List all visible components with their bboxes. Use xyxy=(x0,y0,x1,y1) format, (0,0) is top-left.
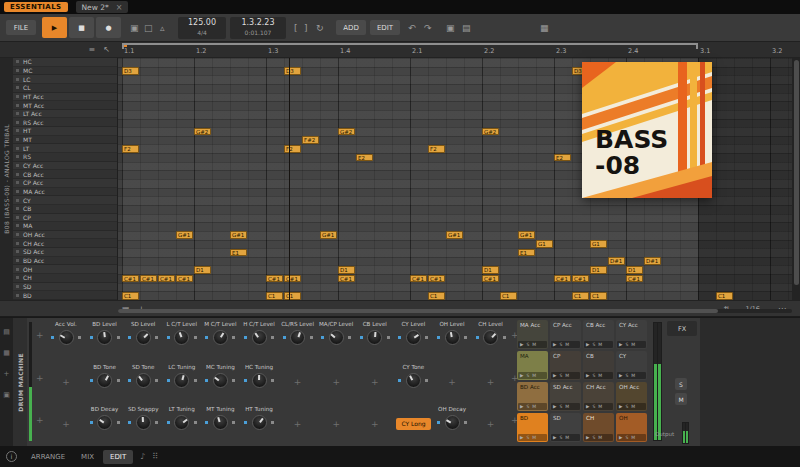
pad-solo-button[interactable]: S xyxy=(592,342,595,347)
pad-mute-button[interactable]: M xyxy=(631,342,635,347)
pad-mute-button[interactable]: M xyxy=(532,342,536,347)
pad-play-icon[interactable]: ▶ xyxy=(553,404,556,409)
play-button[interactable]: ▶ xyxy=(42,17,67,38)
midi-note[interactable]: E1 xyxy=(230,249,247,257)
automation-toggle-icon[interactable]: ▣ xyxy=(130,22,139,34)
lane-row-cb-acc[interactable]: CB Acc xyxy=(13,170,117,179)
view-tab-mix[interactable]: MIX xyxy=(74,450,101,464)
drum-pad-oh-acc[interactable]: OH Acc▶SM xyxy=(616,382,647,411)
midi-note[interactable]: G#2 xyxy=(482,128,499,136)
knob-oh-decay[interactable] xyxy=(445,415,460,430)
pad-mute-button[interactable]: M xyxy=(565,342,569,347)
midi-note[interactable]: C#1 xyxy=(626,275,643,283)
knob-mt-tuning[interactable] xyxy=(213,415,228,430)
knob-bd-tone[interactable] xyxy=(97,373,112,388)
device-rail-toggle-icon[interactable]: ▣ xyxy=(3,389,10,401)
pad-solo-button[interactable]: S xyxy=(526,435,529,440)
knob-h-c-t-level[interactable] xyxy=(252,330,267,345)
record-button[interactable]: ● xyxy=(96,17,121,38)
layout-grid-icon[interactable]: ▦ xyxy=(540,22,549,34)
lane-row-mt-acc[interactable]: MT Acc xyxy=(13,101,117,110)
pad-mute-button[interactable]: M xyxy=(565,373,569,378)
lane-row-lc[interactable]: LC xyxy=(13,75,117,84)
drum-pad-oh[interactable]: OH▶SM xyxy=(616,413,647,442)
pad-play-icon[interactable]: ▶ xyxy=(619,342,622,347)
midi-note[interactable]: C1 xyxy=(500,292,517,300)
lane-row-ht[interactable]: HT xyxy=(13,127,117,136)
position-display[interactable]: 1.3.2.23 0:01.107 xyxy=(230,17,286,39)
midi-note[interactable]: C#1 xyxy=(482,275,499,283)
pad-play-icon[interactable]: ▶ xyxy=(520,342,523,347)
overdub-toggle-icon[interactable]: □ xyxy=(144,22,153,34)
lane-row-cl[interactable]: CL xyxy=(13,84,117,93)
pad-mute-button[interactable]: M xyxy=(631,435,635,440)
note-editor-icon[interactable]: ♪ xyxy=(140,451,145,463)
pad-mute-button[interactable]: M xyxy=(598,342,602,347)
lane-row-cp[interactable]: CP xyxy=(13,214,117,223)
pad-solo-button[interactable]: S xyxy=(559,342,562,347)
pad-mute-button[interactable]: M xyxy=(598,373,602,378)
drum-pad-sd[interactable]: SD▶SM xyxy=(550,413,581,442)
drum-pad-cb-acc[interactable]: CB Acc▶SM xyxy=(583,320,614,349)
knob-ch-level[interactable] xyxy=(483,330,498,345)
pad-play-icon[interactable]: ▶ xyxy=(586,342,589,347)
knob-acc-vol-[interactable] xyxy=(59,330,74,345)
pad-solo-button[interactable]: S xyxy=(625,373,628,378)
pad-play-icon[interactable]: ▶ xyxy=(619,435,622,440)
file-button[interactable]: FILE xyxy=(6,20,36,35)
midi-note[interactable]: D1 xyxy=(482,266,499,274)
pad-play-icon[interactable]: ▶ xyxy=(520,373,523,378)
lane-row-bd[interactable]: BD xyxy=(13,291,117,300)
lane-row-rs-acc[interactable]: RS Acc xyxy=(13,118,117,127)
paste-icon[interactable]: ▤ xyxy=(462,22,471,34)
empty-macro-slot[interactable]: + xyxy=(47,363,85,401)
knob-lc-tuning[interactable] xyxy=(174,373,189,388)
midi-note[interactable]: C1 xyxy=(716,292,733,300)
pointer-tool-icon[interactable]: ↖ xyxy=(103,44,110,56)
midi-note[interactable]: C#1 xyxy=(266,275,283,283)
knob-m-c-t-level[interactable] xyxy=(213,330,228,345)
automation-lanes-icon[interactable]: ⠿ xyxy=(152,451,158,463)
stop-button[interactable]: ■ xyxy=(69,17,94,38)
device-title-rail[interactable]: DRUM MACHINE xyxy=(13,318,27,447)
track-name-rail[interactable]: B08 (BASS-08) - ANALOG TRIBAL xyxy=(0,58,13,300)
empty-macro-slot[interactable]: + xyxy=(356,363,394,401)
pad-play-icon[interactable]: ▶ xyxy=(586,373,589,378)
knob-mc-tuning[interactable] xyxy=(213,373,228,388)
punch-in-icon[interactable]: [ xyxy=(294,22,298,34)
midi-note[interactable]: G#2 xyxy=(194,128,211,136)
lane-row-mc[interactable]: MC xyxy=(13,67,117,76)
drum-pad-ma-acc[interactable]: MA Acc▶SM xyxy=(517,320,548,349)
pad-mute-button[interactable]: M xyxy=(598,404,602,409)
knob-bd-level[interactable] xyxy=(97,330,112,345)
midi-note[interactable]: C#1 xyxy=(572,275,589,283)
knob-sd-snappy[interactable] xyxy=(136,415,151,430)
project-tab[interactable]: New 2* × xyxy=(76,1,129,13)
lane-row-oh[interactable]: OH xyxy=(13,265,117,274)
pad-solo-button[interactable]: S xyxy=(625,435,628,440)
pad-solo-button[interactable]: S xyxy=(592,435,595,440)
empty-macro-slot[interactable]: + xyxy=(317,363,355,401)
device-rail-add-icon[interactable]: + xyxy=(4,368,10,380)
lane-row-bd-acc[interactable]: BD Acc xyxy=(13,257,117,266)
undo-icon[interactable]: ↶ xyxy=(408,22,416,34)
device-rail-grid-icon[interactable]: ▦ xyxy=(3,347,10,359)
pad-mute-button[interactable]: M xyxy=(631,404,635,409)
midi-note[interactable]: E1 xyxy=(518,249,535,257)
midi-note[interactable]: C#1 xyxy=(284,275,301,283)
vertical-scrollbar-thumb[interactable] xyxy=(794,60,799,285)
view-tab-edit[interactable]: EDIT xyxy=(103,450,133,464)
knob-cy-tone[interactable] xyxy=(406,373,421,388)
midi-note[interactable]: D3 xyxy=(284,67,301,75)
midi-note[interactable]: C#1 xyxy=(158,275,175,283)
lane-row-ch-acc[interactable]: CH Acc xyxy=(13,239,117,248)
menu-icon[interactable]: ≡ xyxy=(89,44,96,56)
timeline-ruler[interactable]: 1.11.21.31.42.12.22.32.43.13.2 xyxy=(118,42,800,58)
midi-note[interactable]: G1 xyxy=(590,240,607,248)
lane-row-cb[interactable]: CB xyxy=(13,205,117,214)
pad-play-icon[interactable]: ▶ xyxy=(586,435,589,440)
drum-pad-cy-acc[interactable]: CY Acc▶SM xyxy=(616,320,647,349)
empty-macro-slot[interactable]: + xyxy=(47,405,85,443)
knob-oh-level[interactable] xyxy=(445,330,460,345)
redo-icon[interactable]: ↷ xyxy=(424,22,432,34)
